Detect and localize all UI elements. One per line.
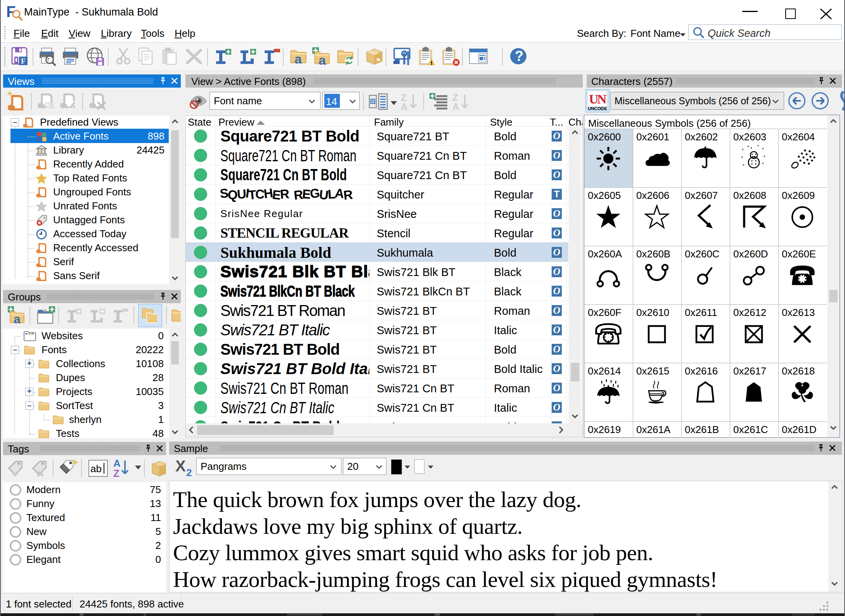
svg-text:F: F [21,57,26,65]
svg-text:a: a [294,52,302,66]
svg-text:*: * [747,145,749,150]
svg-text:a: a [14,312,21,326]
svg-text:ab: ab [90,463,102,475]
svg-text:UNCODE: UNCODE [588,106,607,111]
svg-text:*: * [742,148,744,153]
svg-text:a: a [319,53,326,67]
svg-text:Z: Z [113,468,119,478]
svg-text:?: ? [515,48,523,64]
svg-text:N: N [597,92,607,106]
svg-text:*: * [743,163,745,169]
svg-text:*: * [750,146,752,152]
svg-text:A: A [401,102,407,111]
svg-text:*: * [757,145,759,149]
svg-text:*: * [741,155,743,161]
svg-text:*: * [762,162,764,167]
svg-text:A: A [452,102,459,111]
svg-text:*: * [762,147,764,152]
svg-text:X: X [175,457,186,475]
svg-text:*: * [764,155,765,160]
svg-text:2: 2 [186,467,192,478]
